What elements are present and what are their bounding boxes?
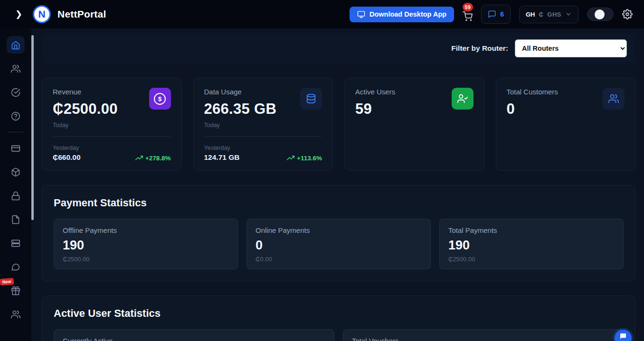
cart-icon — [463, 11, 473, 21]
payment-statistics-section: Payment Statistics Offline Payments 190 … — [42, 185, 635, 281]
mini-card-amount: ₵2500.00 — [63, 256, 229, 263]
home-icon — [11, 40, 20, 50]
stat-card-active-users: Active Users 59 — [344, 78, 484, 171]
mini-card-label: Total Payments — [448, 226, 615, 234]
stat-title: Active Users — [355, 88, 395, 96]
trending-up-icon — [135, 154, 143, 162]
mini-card-count: 190 — [63, 238, 229, 253]
trend-value: +113.6% — [297, 155, 322, 162]
settings-gear-icon[interactable] — [622, 9, 633, 19]
lock-icon — [11, 191, 20, 201]
mini-card-label: Currently Active — [63, 337, 325, 341]
sidebar-expand-icon[interactable]: ❯ — [15, 9, 22, 19]
document-icon — [11, 215, 20, 224]
sidebar-item-vouchers[interactable] — [7, 139, 25, 157]
sidebar-item-messages[interactable] — [7, 258, 25, 276]
active-user-statistics-section: Active User Statistics Currently Active … — [42, 295, 635, 341]
currency-country: GH — [526, 11, 535, 18]
messages-count: 6 — [500, 10, 504, 18]
sidebar-item-help[interactable] — [7, 107, 25, 125]
app-logo-initial: N — [38, 9, 46, 20]
payment-statistics-title: Payment Statistics — [54, 197, 624, 209]
currency-symbol: ₵ — [539, 11, 543, 18]
navbar-actions: Download Desktop App 59 6 GH ₵ GHS — [350, 5, 633, 24]
chat-bubble-icon — [619, 332, 627, 340]
yesterday-value: 124.71 GB — [204, 153, 240, 162]
mini-card-label: Online Payments — [256, 226, 422, 234]
currently-active-card: Currently Active — [54, 329, 334, 341]
theme-toggle[interactable] — [587, 8, 614, 21]
download-button-label: Download Desktop App — [369, 10, 446, 18]
stat-value: 0 — [507, 101, 558, 118]
sidebar-divider — [8, 132, 23, 132]
stat-title: Revenue — [53, 88, 118, 96]
user-check-icon — [457, 93, 468, 104]
trend-up: +278.8% — [135, 154, 171, 162]
brand-name: NettPortal — [57, 9, 106, 20]
filter-label: Filter by Router: — [451, 44, 508, 53]
database-icon-badge — [300, 88, 322, 110]
sidebar-item-approvals[interactable] — [7, 83, 25, 101]
sidebar-item-security[interactable] — [7, 187, 25, 204]
theme-toggle-knob — [595, 9, 605, 19]
scrollbar-thumb[interactable] — [31, 35, 34, 220]
messages-button[interactable]: 6 — [481, 5, 511, 24]
divider — [53, 136, 171, 137]
trend-up: +113.6% — [287, 154, 322, 162]
cart-button[interactable]: 59 — [463, 8, 473, 21]
currency-code: GHS — [547, 11, 561, 18]
sidebar-item-customers[interactable] — [7, 60, 25, 77]
mini-card-amount: ₵2500.00 — [448, 256, 615, 263]
sidebar-item-dashboard[interactable] — [7, 36, 25, 54]
sidebar-item-routers[interactable] — [7, 234, 25, 252]
stat-cards-row: Revenue ₵2500.00 Today $ Yesterday ₵660.… — [42, 78, 635, 171]
server-icon — [11, 239, 20, 248]
stat-value: 59 — [355, 101, 395, 118]
stat-value: ₵2500.00 — [53, 101, 118, 118]
gift-icon — [11, 286, 20, 295]
mini-card-label: Offline Payments — [63, 226, 229, 234]
customers-icon-badge — [603, 88, 625, 110]
router-filter-select[interactable]: All Routers — [515, 39, 627, 57]
currency-selector[interactable]: GH ₵ GHS — [519, 6, 578, 23]
top-navbar: ❯ N NettPortal Download Desktop App 59 6… — [0, 0, 644, 28]
stat-card-revenue: Revenue ₵2500.00 Today $ Yesterday ₵660.… — [42, 78, 182, 171]
stat-period: Today — [204, 122, 277, 129]
active-user-statistics-title: Active User Statistics — [54, 307, 624, 320]
yesterday-label: Yesterday — [53, 145, 81, 151]
chevron-down-icon — [565, 11, 572, 18]
stat-card-data-usage: Data Usage 266.35 GB Today Yesterday 124… — [193, 78, 333, 171]
divider — [204, 136, 322, 137]
database-icon — [306, 93, 316, 104]
stat-value: 266.35 GB — [204, 101, 277, 118]
package-icon — [11, 167, 20, 177]
card-icon — [11, 144, 20, 153]
sidebar-item-staff[interactable] — [7, 305, 25, 323]
stat-card-total-customers: Total Customers 0 — [496, 78, 636, 171]
stat-period: Today — [53, 122, 118, 129]
sidebar: New — [0, 28, 31, 341]
trend-value: +278.8% — [145, 155, 171, 162]
new-badge: New — [0, 278, 14, 286]
help-circle-icon — [11, 111, 20, 121]
mini-card-amount: ₵0.00 — [256, 256, 422, 263]
revenue-icon-badge: $ — [149, 88, 171, 110]
mini-card-count: 0 — [256, 238, 422, 253]
sidebar-item-packages[interactable] — [7, 163, 25, 181]
monitor-icon — [357, 10, 365, 18]
check-circle-icon — [11, 88, 20, 97]
app-logo: N — [33, 5, 51, 23]
message-circle-icon — [11, 262, 20, 272]
sidebar-item-whats-new[interactable]: New — [7, 282, 25, 299]
chat-icon — [488, 10, 496, 18]
sidebar-item-reports[interactable] — [7, 211, 25, 228]
main-content: Filter by Router: All Routers Revenue ₵2… — [31, 28, 644, 341]
download-desktop-app-button[interactable]: Download Desktop App — [350, 7, 454, 22]
total-payments-card: Total Payments 190 ₵2500.00 — [439, 219, 624, 269]
stat-title: Data Usage — [204, 88, 277, 96]
router-filter-bar: Filter by Router: All Routers — [42, 33, 635, 64]
online-payments-card: Online Payments 0 ₵0.00 — [246, 219, 431, 269]
offline-payments-card: Offline Payments 190 ₵2500.00 — [54, 219, 238, 269]
yesterday-label: Yesterday — [204, 145, 240, 151]
yesterday-value: ₵660.00 — [53, 153, 81, 162]
